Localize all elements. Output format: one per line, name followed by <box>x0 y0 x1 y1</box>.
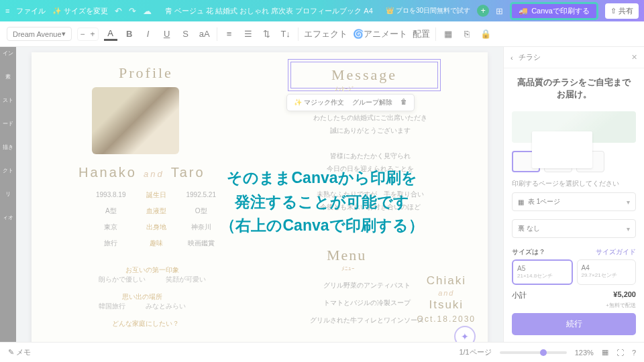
magic-write-button[interactable]: ✨ マジック作文 <box>294 98 344 107</box>
memory-block[interactable]: 思い出の場所 韓国旅行 みなとみらい <box>99 292 186 311</box>
help-icon[interactable]: ? <box>632 349 636 357</box>
message-heading[interactable]: Message <box>290 62 438 88</box>
menu-resize[interactable]: ✨ サイズを変更 <box>52 6 108 16</box>
font-size[interactable]: −+ <box>77 27 99 41</box>
rail-draw[interactable]: 描き <box>0 143 16 151</box>
ungroup-button[interactable]: グループ解除 <box>352 98 392 107</box>
lock-icon[interactable]: 🔒 <box>479 27 492 41</box>
continue-button[interactable]: 続行 <box>512 313 636 335</box>
profile-photo[interactable] <box>92 87 179 154</box>
memo-button[interactable]: ✎ メモ <box>8 347 31 357</box>
position-button[interactable]: 配置 <box>413 27 430 41</box>
size-q: サイズは？ <box>512 247 545 257</box>
left-rail: イン 素 スト ード 描き クト リ ィオ <box>0 47 16 342</box>
spacing-icon[interactable]: ⇅ <box>260 27 274 41</box>
panel-tab: チラシ <box>519 52 541 62</box>
panel-title: 高品質のチラシをご自宅までお届け。 <box>504 68 644 109</box>
context-toolbar: ✨ マジック作文 グループ解除 🗑 <box>286 94 415 111</box>
vertical-icon[interactable]: T↓ <box>279 27 292 41</box>
print-button[interactable]: 🚚 Canvaで印刷する <box>510 2 598 20</box>
back-icon[interactable]: ‹ <box>511 54 513 62</box>
zoom-slider[interactable] <box>500 351 567 354</box>
zoom-value[interactable]: 123% <box>575 349 594 357</box>
free-shipping: +無料で配送 <box>504 302 644 309</box>
transparency-icon[interactable]: ▦ <box>441 27 455 41</box>
select-pages-label: 印刷するページを選択してください <box>504 179 644 188</box>
animate-button[interactable]: 🌀 アニメート <box>353 27 407 41</box>
delete-icon[interactable]: 🗑 <box>400 98 407 107</box>
text-toolbar: Dream Avenue▾ −+ A B I U S aA ≡ ☰ ⇅ T↓ エ… <box>0 21 644 47</box>
subtotal-label: 小計 <box>512 290 527 300</box>
topbar: ≡ ファイル ✨ サイズを変更 ↶ ↷ ☁ 青 ベージュ 花 結婚式 おしゃれ … <box>0 0 644 21</box>
menu-file[interactable]: ファイル <box>16 6 46 16</box>
price: ¥5,200 <box>613 290 636 300</box>
print-preview[interactable] <box>512 111 636 143</box>
front-select[interactable]: ▦ 表 1ページ▾ <box>512 192 636 211</box>
rail-projects[interactable]: クト <box>0 167 16 174</box>
hamburger-icon[interactable]: ≡ <box>5 7 9 15</box>
rail-upload[interactable]: ード <box>0 120 16 127</box>
magic-fab[interactable]: ✦ <box>454 326 476 342</box>
home-block[interactable]: どんな家庭にしたい？ <box>112 319 179 328</box>
bottombar: ✎ メモ 1/1ページ 123% ▦ ⛶ ? <box>0 342 644 362</box>
text-color[interactable]: A <box>104 27 117 41</box>
trial-link[interactable]: 👑 プロを30日間無料で試す <box>386 6 470 15</box>
rail-elements[interactable]: 素 <box>0 73 16 80</box>
effects-button[interactable]: エフェクト <box>304 27 347 41</box>
cloud-icon: ☁ <box>143 6 152 16</box>
chart-icon[interactable]: ⊞ <box>496 6 503 16</box>
bold-icon[interactable]: B <box>123 27 136 41</box>
underline-icon[interactable]: U <box>160 27 174 41</box>
page-indicator[interactable]: 1/1ページ <box>459 347 491 357</box>
italic-icon[interactable]: I <box>142 27 155 41</box>
undo-icon[interactable]: ↶ <box>115 6 122 16</box>
redo-icon[interactable]: ↷ <box>129 6 136 16</box>
fullscreen-icon[interactable]: ⛶ <box>616 349 624 357</box>
plus-badge[interactable]: + <box>477 5 489 17</box>
message-sub: ﾒｯｾｰｼﾞ <box>335 86 355 93</box>
profile-table[interactable]: 1993.8.19誕生日1992.5.21 A型血液型O型 東京出身地神奈川 旅… <box>85 186 227 252</box>
strike-icon[interactable]: S <box>179 27 193 41</box>
doc-title[interactable]: 青 ベージュ 花 結婚式 おしゃれ 席次表 プロフィールブック A4 <box>158 6 379 16</box>
menu-heading[interactable]: Menu <box>327 247 366 264</box>
menu-sub: ﾒﾆｭｰ <box>341 265 355 272</box>
couple-names[interactable]: HanakoandTaro <box>78 165 205 180</box>
case-icon[interactable]: aA <box>198 27 211 41</box>
rail-more[interactable]: ィオ <box>0 214 16 221</box>
close-icon[interactable]: ✕ <box>631 53 637 62</box>
list-icon[interactable]: ☰ <box>241 27 255 41</box>
rail-design[interactable]: イン <box>0 50 16 57</box>
print-panel: ‹ チラシ ✕ 高品質のチラシをご自宅までお届け。 印刷するページを選択してくだ… <box>503 47 644 342</box>
rail-apps[interactable]: リ <box>0 190 16 198</box>
couple-block[interactable]: ChiakiandItsuki Oct.18.2030 <box>417 274 476 325</box>
size-a5[interactable]: A521×14.8センチ <box>512 259 573 285</box>
back-select[interactable]: 裏 なし▾ <box>512 219 636 238</box>
link-icon[interactable]: ⎘ <box>460 27 474 41</box>
annotation-overlay: そのままCanvaから印刷を発注することが可能です（右上のCanvaで印刷する） <box>220 166 423 238</box>
impression-block[interactable]: お互いの第一印象 朗らかで優しい 笑顔が可愛い <box>99 265 206 284</box>
rail-text[interactable]: スト <box>0 97 16 104</box>
size-guide-link[interactable]: サイズガイド <box>596 247 636 257</box>
share-button[interactable]: ⇧ 共有 <box>605 3 639 19</box>
font-select[interactable]: Dream Avenue▾ <box>7 27 72 41</box>
grid-view-icon[interactable]: ▦ <box>602 348 608 357</box>
size-a4[interactable]: A429.7×21センチ <box>577 259 637 285</box>
align-icon[interactable]: ≡ <box>223 27 236 41</box>
profile-heading[interactable]: Profile <box>119 64 173 82</box>
